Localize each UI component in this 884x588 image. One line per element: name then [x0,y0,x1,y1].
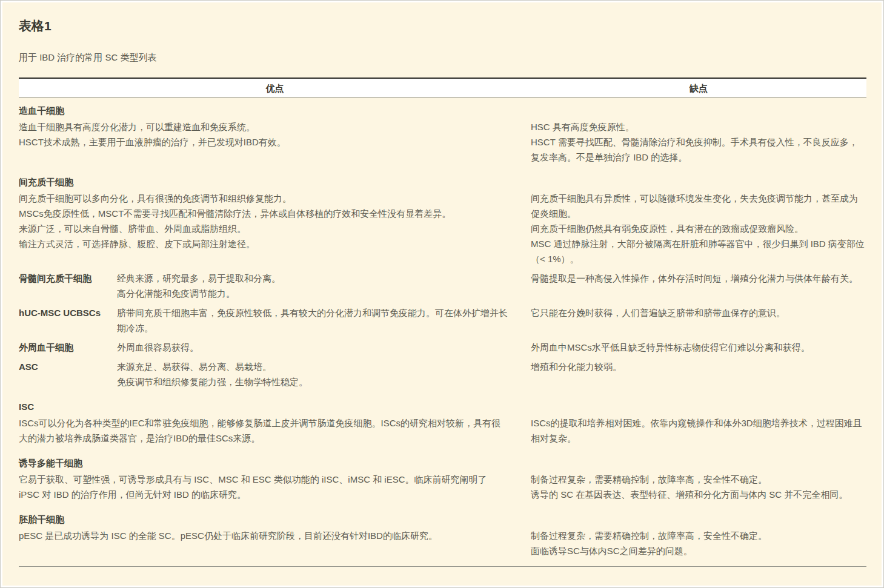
advantage-text: 来源广泛，可以来自骨髓、脐带血、外周血或脂肪组织。 [19,221,508,236]
disadvantages-cell: 它只能在分娩时获得，人们普遍缺乏脐带和脐带血保存的意识。 [531,305,866,335]
table-header-row: 优点 缺点 [19,78,866,97]
advantages-cell: 它易于获取、可塑性强，可诱导形成具有与 ISC、MSC 和 ESC 类似功能的 … [19,472,531,502]
row-label-pbsc: 外周血干细胞 [19,340,117,355]
table-row: 它易于获取、可塑性强，可诱导形成具有与 ISC、MSC 和 ESC 类似功能的 … [19,472,866,506]
advantages-cell: 脐带间充质干细胞丰富，免疫原性较低，具有较大的分化潜力和调节免疫能力。可在体外扩… [117,305,531,335]
row-label-huc-msc: hUC-MSC UCBSCs [19,305,117,335]
section-header-ipsc: 诱导多能干细胞 [19,450,866,472]
disadvantage-text: 增殖和分化能力较弱。 [531,359,866,374]
section-header-esc: 胚胎干细胞 [19,506,866,528]
disadvantage-text: HSC 具有高度免疫原性。 [531,119,866,134]
row-label-asc: ASC [19,359,117,389]
table-row: 造血干细胞具有高度分化潜力，可以重建造血和免疫系统。 HSCT技术成熟，主要用于… [19,119,866,169]
disadvantage-text: 制备过程复杂，需要精确控制，故障率高，安全性不确定。 [531,528,866,543]
page-subtitle: 用于 IBD 治疗的常用 SC 类型列表 [19,50,866,65]
disadvantages-cell: ISCs的提取和培养相对困难。依靠内窥镜操作和体外3D细胞培养技术，过程困难且相… [531,415,866,446]
section-header-msc: 间充质干细胞 [19,169,866,191]
disadvantage-text: 面临诱导SC与体内SC之间差异的问题。 [531,543,866,558]
column-header-disadvantages: 缺点 [531,81,866,96]
row-label-bm-msc: 骨髓间充质干细胞 [19,271,117,301]
advantages-cell: pESC 是已成功诱导为 ISC 的全能 SC。pESC仍处于临床前研究阶段，目… [19,528,531,558]
advantage-text: HSCT技术成熟，主要用于血液肿瘤的治疗，并已发现对IBD有效。 [19,134,508,150]
advantages-cell: 外周血很容易获得。 [117,340,531,355]
advantage-text: 输注方式灵活，可选择静脉、腹腔、皮下或局部注射途径。 [19,236,508,251]
disadvantage-text: 间充质干细胞仍然具有弱免疫原性，具有潜在的致瘤或促致瘤风险。 [531,221,866,236]
disadvantage-text: 间充质干细胞具有异质性，可以随微环境发生变化，失去免疫调节能力，甚至成为促炎细胞… [531,191,866,221]
advantages-cell: 造血干细胞具有高度分化潜力，可以重建造血和免疫系统。 HSCT技术成熟，主要用于… [19,119,531,165]
disadvantage-text: 制备过程复杂，需要精确控制，故障率高，安全性不确定。 [531,472,866,487]
disadvantage-text: MSC 通过静脉注射，大部分被隔离在肝脏和肺等器官中，很少归巢到 IBD 病变部… [531,236,866,266]
disadvantages-cell: 增殖和分化能力较弱。 [531,359,866,389]
advantages-cell: ISCs可以分化为各种类型的IEC和常驻免疫细胞，能够修复肠道上皮并调节肠道免疫… [19,415,531,446]
paper-page: 表格1 用于 IBD 治疗的常用 SC 类型列表 优点 缺点 造血干细胞 造血干… [0,0,884,588]
disadvantage-text: 诱导的 SC 在基因表达、表型特征、增殖和分化方面与体内 SC 并不完全相同。 [531,487,866,502]
advantage-text: 间充质干细胞可以多向分化，具有很强的免疫调节和组织修复能力。 [19,191,508,206]
page-title: 表格1 [19,18,866,34]
table-row: 间充质干细胞可以多向分化，具有很强的免疫调节和组织修复能力。 MSCs免疫原性低… [19,191,866,271]
disadvantages-cell: HSC 具有高度免疫原性。 HSCT 需要寻找匹配、骨髓清除治疗和免疫抑制。手术… [531,119,866,165]
column-header-advantages: 优点 [19,81,531,96]
disadvantage-text: ISCs的提取和培养相对困难。依靠内窥镜操作和体外3D细胞培养技术，过程困难且相… [531,415,866,446]
table-body: 造血干细胞 造血干细胞具有高度分化潜力，可以重建造血和免疫系统。 HSCT技术成… [19,97,866,567]
disadvantage-text: HSCT 需要寻找匹配、骨髓清除治疗和免疫抑制。手术具有侵入性，不良反应多，复发… [531,134,866,165]
section-header-isc: ISC [19,394,866,415]
advantages-cell: 间充质干细胞可以多向分化，具有很强的免疫调节和组织修复能力。 MSCs免疫原性低… [19,191,531,266]
disadvantage-text: 骨髓提取是一种高侵入性操作，体外存活时间短，增殖分化潜力与供体年龄有关。 [531,271,866,286]
advantage-text: 外周血很容易获得。 [117,340,508,355]
advantages-cell: 经典来源，研究最多，易于提取和分离。 高分化潜能和免疫调节能力。 [117,271,531,301]
advantages-cell: 来源充足、易获得、易分离、易栽培。 免疫调节和组织修复能力强，生物学特性稳定。 [117,359,531,389]
advantage-text: 造血干细胞具有高度分化潜力，可以重建造血和免疫系统。 [19,119,508,134]
advantage-text: MSCs免疫原性低，MSCT不需要寻找匹配和骨髓清除疗法，异体或自体移植的疗效和… [19,206,508,221]
advantage-text: 脐带间充质干细胞丰富，免疫原性较低，具有较大的分化潜力和调节免疫能力。可在体外扩… [117,305,508,335]
advantage-text: 免疫调节和组织修复能力强，生物学特性稳定。 [117,374,508,389]
advantage-text: 来源充足、易获得、易分离、易栽培。 [117,359,508,374]
table-row: 外周血干细胞 外周血很容易获得。 外周血中MSCs水平低且缺乏特异性标志物使得它… [19,340,866,359]
section-header-hsc: 造血干细胞 [19,97,866,119]
disadvantages-cell: 骨髓提取是一种高侵入性操作，体外存活时间短，增殖分化潜力与供体年龄有关。 [531,271,866,301]
table-row: 骨髓间充质干细胞 经典来源，研究最多，易于提取和分离。 高分化潜能和免疫调节能力… [19,271,866,305]
advantage-text: 它易于获取、可塑性强，可诱导形成具有与 ISC、MSC 和 ESC 类似功能的 … [19,472,508,502]
advantage-text: 经典来源，研究最多，易于提取和分离。 [117,271,508,286]
advantage-text: 高分化潜能和免疫调节能力。 [117,286,508,301]
table-row: ASC 来源充足、易获得、易分离、易栽培。 免疫调节和组织修复能力强，生物学特性… [19,359,866,394]
disadvantages-cell: 制备过程复杂，需要精确控制，故障率高，安全性不确定。 面临诱导SC与体内SC之间… [531,528,866,558]
table-row: hUC-MSC UCBSCs 脐带间充质干细胞丰富，免疫原性较低，具有较大的分化… [19,305,866,340]
disadvantage-text: 它只能在分娩时获得，人们普遍缺乏脐带和脐带血保存的意识。 [531,305,866,320]
table-row: ISCs可以分化为各种类型的IEC和常驻免疫细胞，能够修复肠道上皮并调节肠道免疫… [19,415,866,450]
disadvantages-cell: 间充质干细胞具有异质性，可以随微环境发生变化，失去免疫调节能力，甚至成为促炎细胞… [531,191,866,266]
disadvantage-text: 外周血中MSCs水平低且缺乏特异性标志物使得它们难以分离和获得。 [531,340,866,355]
advantage-text: ISCs可以分化为各种类型的IEC和常驻免疫细胞，能够修复肠道上皮并调节肠道免疫… [19,415,508,446]
advantage-text: pESC 是已成功诱导为 ISC 的全能 SC。pESC仍处于临床前研究阶段，目… [19,528,508,543]
disadvantages-cell: 制备过程复杂，需要精确控制，故障率高，安全性不确定。 诱导的 SC 在基因表达、… [531,472,866,502]
disadvantages-cell: 外周血中MSCs水平低且缺乏特异性标志物使得它们难以分离和获得。 [531,340,866,355]
table-row: pESC 是已成功诱导为 ISC 的全能 SC。pESC仍处于临床前研究阶段，目… [19,528,866,563]
